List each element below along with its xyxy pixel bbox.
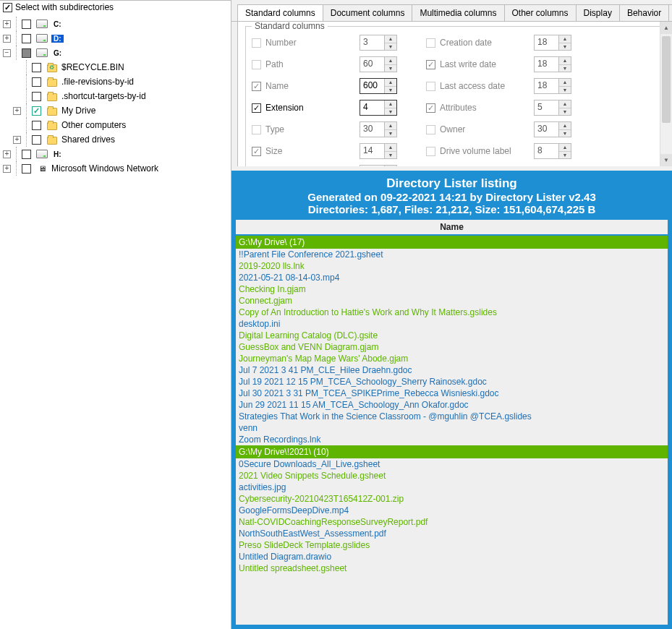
tree-row-shortcut[interactable]: .shortcut-targets-by-id [3, 89, 231, 103]
tree-checkbox-checked[interactable] [32, 106, 41, 116]
tree-row-recycle[interactable]: $RECYCLE.BIN [3, 60, 231, 74]
opt-name-spinner[interactable]: 600▲▼ [360, 78, 397, 94]
options-scrollbar[interactable]: ▲ ▼ [660, 22, 672, 166]
opt-tfc-spinner[interactable]: 8▲▼ [360, 165, 397, 166]
tree-checkbox[interactable] [22, 34, 31, 43]
file-row[interactable]: venn [236, 422, 668, 434]
tree-checkbox[interactable] [32, 77, 41, 87]
file-row[interactable]: Zoom Recordings.lnk [236, 434, 668, 445]
opt-extension-spinner[interactable]: 4▲▼ [360, 100, 397, 116]
file-row[interactable]: Untitled Diagram.drawio [236, 551, 668, 562]
file-row[interactable]: Cybersecurity-20210423T165412Z-001.zip [236, 493, 668, 505]
tree-row-network[interactable]: Microsoft Windows Network [3, 161, 231, 176]
file-row[interactable]: 2021-05-21 08-14-03.mp4 [236, 272, 668, 283]
opt-wdate-spinner[interactable]: 18▲▼ [534, 56, 571, 72]
file-row[interactable]: Digital Learning Catalog (DLC).gsite [236, 330, 668, 341]
opt-attr-spinner[interactable]: 5▲▼ [534, 100, 571, 116]
file-row[interactable]: Jun 29 2021 11 15 AM_TCEA_Schoology_Ann … [236, 399, 668, 411]
chevron-down-icon[interactable]: ▼ [660, 154, 672, 166]
file-row[interactable]: Natl-COVIDCoachingResponseSurveyReport.p… [236, 516, 668, 528]
opt-path-checkbox[interactable] [252, 60, 261, 69]
opt-cdate-checkbox[interactable] [426, 38, 435, 48]
opt-name-checkbox[interactable] [252, 82, 261, 91]
select-subdirs-checkbox[interactable] [3, 3, 12, 12]
expand-icon[interactable] [3, 150, 11, 158]
file-row[interactable]: 2019-2020 lls.lnk [236, 260, 668, 272]
tree-checkbox[interactable] [32, 121, 41, 130]
file-row[interactable]: Journeyman's Map Mage Wars' Abode.gjam [236, 353, 668, 364]
chevron-up-icon[interactable]: ▲ [660, 22, 672, 34]
tree-checkbox[interactable] [22, 20, 31, 29]
opt-owner-spinner[interactable]: 30▲▼ [534, 121, 571, 137]
opt-path-spinner[interactable]: 60▲▼ [360, 56, 397, 72]
file-row[interactable]: Preso SlideDeck Template.gslides [236, 539, 668, 551]
opt-type: Type 30▲▼ [252, 121, 397, 138]
scrollbar-thumb[interactable] [662, 36, 671, 123]
tab-document-columns[interactable]: Document columns [323, 4, 413, 21]
tree-checkbox-mixed[interactable] [22, 48, 31, 58]
network-label: Microsoft Windows Network [51, 163, 158, 174]
file-row[interactable]: GuessBox and VENN Diagram.gjam [236, 341, 668, 353]
tree-checkbox[interactable] [32, 135, 41, 145]
tab-display[interactable]: Display [576, 4, 620, 21]
opt-total-file-count: Total file count 8▲▼ [252, 164, 397, 166]
file-row[interactable]: NorthSouthEastWest_Assessment.pdf [236, 528, 668, 539]
collapse-icon[interactable] [3, 49, 11, 57]
file-row[interactable]: GoogleFormsDeepDive.mp4 [236, 505, 668, 516]
tree-row-h[interactable]: H: [3, 147, 231, 161]
tree-row-c[interactable]: C: [3, 17, 231, 31]
file-row[interactable]: !!Parent File Conference 2021.gsheet [236, 249, 668, 260]
tab-behavior[interactable]: Behavior [619, 4, 669, 21]
tree-row-g[interactable]: G: [3, 46, 231, 60]
file-row[interactable]: 2021 Video Snippets Schedule.gsheet [236, 470, 668, 482]
opt-attr-checkbox[interactable] [426, 103, 435, 113]
tree-checkbox[interactable] [32, 63, 41, 72]
opt-size-checkbox[interactable] [252, 147, 261, 156]
tree-row-filerev[interactable]: .file-revisions-by-id [3, 74, 231, 89]
tree-row-d[interactable]: D: [3, 31, 231, 46]
opt-owner-checkbox[interactable] [426, 125, 435, 134]
file-row[interactable]: Connect.gjam [236, 295, 668, 307]
chevron-down-icon: ▼ [559, 130, 571, 137]
opt-size-spinner[interactable]: 14▲▼ [360, 143, 397, 159]
tab-form[interactable]: Form [668, 4, 672, 21]
expand-icon[interactable] [13, 136, 21, 144]
file-row[interactable]: activities.jpg [236, 482, 668, 493]
select-with-subdirs-row[interactable]: Select with subdirectories [0, 0, 231, 14]
opt-wdate-checkbox[interactable] [426, 60, 435, 69]
opt-dvl-checkbox[interactable] [426, 147, 435, 156]
file-row[interactable]: Jul 19 2021 12 15 PM_TCEA_Schoology_Sher… [236, 376, 668, 388]
opt-number-spinner[interactable]: 3▲▼ [360, 35, 397, 51]
file-row[interactable]: Jul 30 2021 3 31 PM_TCEA_SPIKEPrime_Rebe… [236, 388, 668, 399]
opt-number-checkbox[interactable] [252, 38, 261, 48]
tree-checkbox[interactable] [22, 164, 31, 174]
expand-icon[interactable] [3, 20, 11, 28]
file-row[interactable]: 0Secure Downloads_All_Live.gsheet [236, 458, 668, 470]
standard-columns-fieldset: Standard columns Number 3▲▼ Path 60▲▼ [245, 26, 665, 166]
tree-checkbox[interactable] [32, 92, 41, 101]
tree-row-mydrive[interactable]: My Drive [3, 103, 231, 118]
chevron-down-icon: ▼ [559, 152, 571, 159]
opt-adate-spinner[interactable]: 18▲▼ [534, 78, 571, 94]
file-row[interactable]: Untitled spreadsheet.gsheet [236, 562, 668, 574]
expand-icon[interactable] [3, 35, 11, 43]
expand-icon[interactable] [13, 107, 21, 115]
expand-icon[interactable] [3, 165, 11, 173]
tree-checkbox[interactable] [22, 150, 31, 159]
opt-cdate-spinner[interactable]: 18▲▼ [534, 35, 571, 51]
tab-other-columns[interactable]: Other columns [504, 4, 577, 21]
tree-row-other[interactable]: Other computers [3, 118, 231, 132]
tab-standard-columns[interactable]: Standard columns [237, 4, 323, 22]
opt-extension-checkbox[interactable] [252, 103, 261, 113]
file-row[interactable]: Strategies That Work in the Science Clas… [236, 411, 668, 422]
opt-type-spinner[interactable]: 30▲▼ [360, 121, 397, 137]
tab-multimedia-columns[interactable]: Multimedia columns [412, 4, 504, 21]
file-row[interactable]: Jul 7 2021 3 41 PM_CLE_Hilee Draehn.gdoc [236, 364, 668, 376]
opt-adate-checkbox[interactable] [426, 82, 435, 91]
file-row[interactable]: desktop.ini [236, 318, 668, 330]
opt-type-checkbox[interactable] [252, 125, 261, 134]
file-row[interactable]: Checking In.gjam [236, 283, 668, 295]
tree-row-shared[interactable]: Shared drives [3, 132, 231, 147]
file-row[interactable]: Copy of An Introduction to Hattie's Work… [236, 307, 668, 318]
opt-dvl-spinner[interactable]: 8▲▼ [534, 143, 571, 159]
